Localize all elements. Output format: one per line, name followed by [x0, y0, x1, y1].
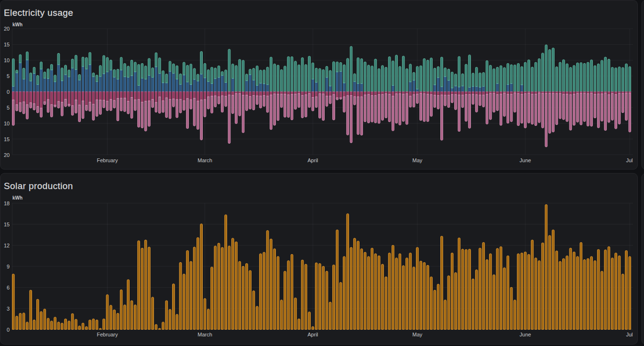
svg-text:Solar production: Solar production [4, 181, 73, 191]
svg-text:6: 6 [7, 285, 10, 290]
svg-text:April: April [307, 157, 318, 163]
svg-text:Jul: Jul [626, 157, 633, 163]
svg-text:0: 0 [7, 327, 10, 333]
svg-text:5: 5 [7, 105, 10, 111]
svg-text:February: February [97, 157, 118, 163]
svg-text:February: February [97, 332, 118, 337]
svg-text:June: June [520, 332, 531, 337]
svg-text:March: March [197, 157, 212, 163]
svg-text:20: 20 [4, 152, 10, 158]
svg-text:15: 15 [4, 136, 10, 142]
svg-text:15: 15 [4, 222, 10, 227]
svg-text:10: 10 [4, 57, 10, 63]
svg-text:June: June [520, 157, 531, 163]
svg-text:April: April [307, 332, 318, 337]
svg-text:20: 20 [4, 26, 10, 32]
svg-text:Electricity usage: Electricity usage [4, 8, 73, 18]
svg-text:3: 3 [7, 306, 10, 312]
svg-text:10: 10 [4, 121, 10, 126]
svg-text:5: 5 [7, 73, 10, 79]
svg-text:kWh: kWh [12, 22, 22, 27]
svg-text:18: 18 [4, 201, 10, 206]
svg-text:Jul: Jul [626, 332, 633, 337]
svg-text:15: 15 [4, 42, 10, 47]
svg-text:0: 0 [7, 89, 10, 95]
svg-text:12: 12 [4, 243, 10, 248]
svg-text:May: May [413, 157, 423, 163]
svg-text:kWh: kWh [12, 195, 22, 201]
svg-text:May: May [413, 332, 423, 337]
svg-text:March: March [197, 332, 212, 337]
svg-text:9: 9 [7, 264, 10, 269]
